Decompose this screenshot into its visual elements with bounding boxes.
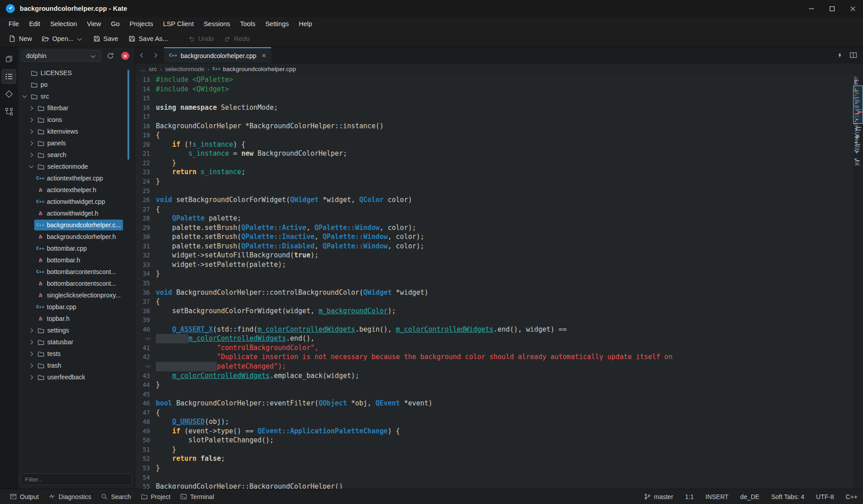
- tree-item-topbar-cpp[interactable]: C++topbar.cpp: [18, 301, 123, 313]
- code-line-53[interactable]: 53}: [135, 464, 852, 473]
- code-line-25[interactable]: 25: [135, 186, 852, 196]
- code-line-55[interactable]: 55BackgroundColorHelper::BackgroundColor…: [135, 482, 852, 489]
- menu-item-edit[interactable]: Edit: [24, 18, 45, 29]
- code-line-50[interactable]: 50 slotPaletteChanged();: [135, 436, 852, 445]
- expander-open-icon[interactable]: [21, 93, 28, 100]
- code-line-47[interactable]: 47{: [135, 408, 852, 418]
- tree-item-licenses[interactable]: LICENSES: [18, 67, 123, 79]
- close-project-button[interactable]: ×: [119, 50, 131, 62]
- tab-settings-button[interactable]: Soft Tabs: 4: [771, 493, 804, 500]
- tree-item-backgroundcolorhelper-c[interactable]: C++backgroundcolorhelper.c...: [18, 219, 123, 231]
- minimap-viewport[interactable]: [853, 86, 863, 124]
- menu-item-view[interactable]: View: [82, 18, 106, 29]
- tree-item-topbar-h[interactable]: htopbar.h: [18, 313, 123, 324]
- tab-nav-back-button[interactable]: [135, 47, 149, 63]
- tree-item-bottombar-cpp[interactable]: C++bottombar.cpp: [18, 243, 123, 254]
- menu-item-tools[interactable]: Tools: [235, 18, 260, 29]
- code-line-13[interactable]: 13#include <QPalette>: [135, 75, 852, 85]
- expander-closed-icon[interactable]: [27, 128, 35, 135]
- code-line-36[interactable]: 36void BackgroundColorHelper::controlBac…: [135, 288, 852, 297]
- code-line-26[interactable]: 26void setBackgroundColorForWidget(QWidg…: [135, 195, 852, 205]
- expander-closed-icon[interactable]: [27, 140, 35, 147]
- tree-item-trash[interactable]: trash: [18, 360, 123, 371]
- chevron-down-icon[interactable]: [76, 35, 83, 42]
- git-branch-button[interactable]: master: [644, 493, 673, 500]
- expander-closed-icon[interactable]: [27, 350, 35, 357]
- tree-item-userfeedback[interactable]: userfeedback: [18, 371, 123, 383]
- code-line-48[interactable]: 48 Q_UNUSED(obj);: [135, 417, 852, 427]
- tree-item-bottombarcontentscont[interactable]: C++bottombarcontentscont...: [18, 266, 123, 278]
- tree-item-panels[interactable]: panels: [18, 137, 123, 149]
- code-line-wrap[interactable]: ↪paletteChanged");: [135, 362, 852, 371]
- save-as-button[interactable]: Save As...: [124, 33, 172, 45]
- tree-item-tests[interactable]: tests: [18, 348, 123, 360]
- project-toggle-button[interactable]: Project: [136, 491, 175, 503]
- code-line-30[interactable]: 30 palette.setBrush(QPalette::Inactive, …: [135, 232, 852, 242]
- code-line-38[interactable]: 38 setBackgroundColorForWidget(widget, m…: [135, 306, 852, 316]
- code-line-45[interactable]: 45: [135, 390, 852, 399]
- tree-scrollbar[interactable]: [127, 70, 129, 160]
- code-lines[interactable]: 13#include <QPalette>14#include <QWidget…: [135, 75, 852, 489]
- tree-item-selectionmode[interactable]: selectionmode: [18, 161, 123, 172]
- close-button[interactable]: [842, 0, 863, 17]
- code-line-51[interactable]: 51 }: [135, 445, 852, 454]
- tree-item-actiontexthelper-cpp[interactable]: C++actiontexthelper.cpp: [18, 172, 123, 184]
- code-line-17[interactable]: 17: [135, 112, 852, 122]
- input-mode-button[interactable]: INSERT: [705, 493, 728, 500]
- expander-closed-icon[interactable]: [27, 374, 35, 381]
- menu-item-help[interactable]: Help: [294, 18, 317, 29]
- tab-close-icon[interactable]: ×: [262, 52, 266, 59]
- code-line-43[interactable]: 43 m_colorControlledWidgets.emplace_back…: [135, 371, 852, 381]
- code-line-49[interactable]: 49 if (event->type() == QEvent::Applicat…: [135, 427, 852, 436]
- project-filter-input[interactable]: [21, 473, 132, 485]
- breadcrumb-root-button[interactable]: ...: [141, 66, 145, 72]
- syntax-mode-button[interactable]: C++: [846, 493, 858, 500]
- code-line-28[interactable]: 28 QPalette palette;: [135, 214, 852, 223]
- code-line-24[interactable]: 24}: [135, 177, 852, 186]
- expander-closed-icon[interactable]: [27, 327, 35, 334]
- tree-item-statusbar[interactable]: statusbar: [18, 336, 123, 348]
- tree-item-po[interactable]: po: [18, 79, 123, 90]
- code-line-16[interactable]: 16using namespace SelectionMode;: [135, 103, 852, 112]
- tree-item-icons[interactable]: icons: [18, 114, 123, 126]
- code-line-35[interactable]: 35: [135, 279, 852, 288]
- tree-item-singleclickselectionproxy[interactable]: hsingleclickselectionproxy...: [18, 289, 123, 301]
- minimap-scrollbar[interactable]: [853, 74, 863, 489]
- code-line-46[interactable]: 46bool BackgroundColorHelper::eventFilte…: [135, 399, 852, 408]
- tree-item-filterbar[interactable]: filterbar: [18, 102, 123, 114]
- code-line-15[interactable]: 15: [135, 94, 852, 103]
- menu-item-selection[interactable]: Selection: [45, 18, 82, 29]
- cursor-position-button[interactable]: 1:1: [685, 493, 694, 500]
- code-line-52[interactable]: 52 return false;: [135, 454, 852, 464]
- split-view-icon[interactable]: [848, 50, 858, 61]
- tool-projects-button[interactable]: [2, 69, 16, 84]
- code-line-54[interactable]: 54: [135, 473, 852, 482]
- open-button[interactable]: Open...: [38, 33, 87, 45]
- menu-item-lsp-client[interactable]: LSP Client: [158, 18, 199, 29]
- menu-item-projects[interactable]: Projects: [125, 18, 158, 29]
- project-selector-dropdown[interactable]: dolphin: [22, 50, 101, 62]
- code-line-23[interactable]: 23 return s_instance;: [135, 167, 852, 177]
- code-line-39[interactable]: 39: [135, 315, 852, 325]
- code-line-27[interactable]: 27{: [135, 205, 852, 214]
- output-toggle-button[interactable]: Output: [5, 491, 43, 503]
- menu-item-settings[interactable]: Settings: [260, 18, 294, 29]
- code-line-37[interactable]: 37{: [135, 297, 852, 306]
- minimize-button[interactable]: [801, 0, 822, 17]
- tree-item-settings[interactable]: settings: [18, 324, 123, 336]
- code-line-wrap[interactable]: ↪m_colorControlledWidgets.end(),: [135, 334, 852, 343]
- dictionary-button[interactable]: de_DE: [740, 493, 759, 500]
- new-button[interactable]: New: [5, 33, 36, 45]
- code-line-44[interactable]: 44}: [135, 380, 852, 390]
- code-line-33[interactable]: 33 widget->setPalette(palette);: [135, 260, 852, 270]
- code-line-29[interactable]: 29 palette.setBrush(QPalette::Active, QP…: [135, 223, 852, 233]
- breadcrumb-item-src[interactable]: src: [149, 66, 157, 72]
- expander-closed-icon[interactable]: [27, 338, 35, 346]
- tree-item-backgroundcolorhelper-h[interactable]: hbackgroundcolorhelper.h: [18, 231, 123, 243]
- menu-item-file[interactable]: File: [4, 18, 24, 29]
- document-tab[interactable]: C++ backgroundcolorhelper.cpp ×: [164, 47, 271, 63]
- tool-symbols-button[interactable]: [2, 104, 16, 119]
- expander-closed-icon[interactable]: [27, 116, 35, 123]
- refresh-button[interactable]: [104, 50, 116, 62]
- code-line-32[interactable]: 32 widget->setAutoFillBackground(true);: [135, 251, 852, 260]
